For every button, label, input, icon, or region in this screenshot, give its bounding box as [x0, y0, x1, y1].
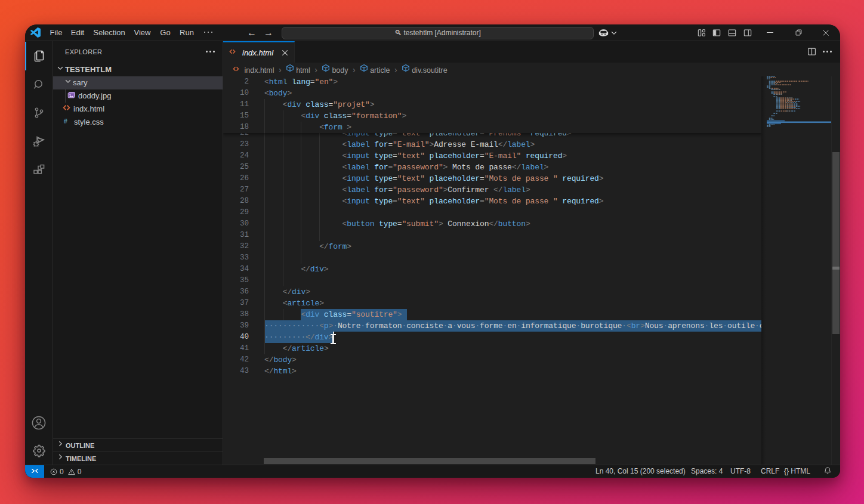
svg-text:#: #	[64, 117, 68, 124]
